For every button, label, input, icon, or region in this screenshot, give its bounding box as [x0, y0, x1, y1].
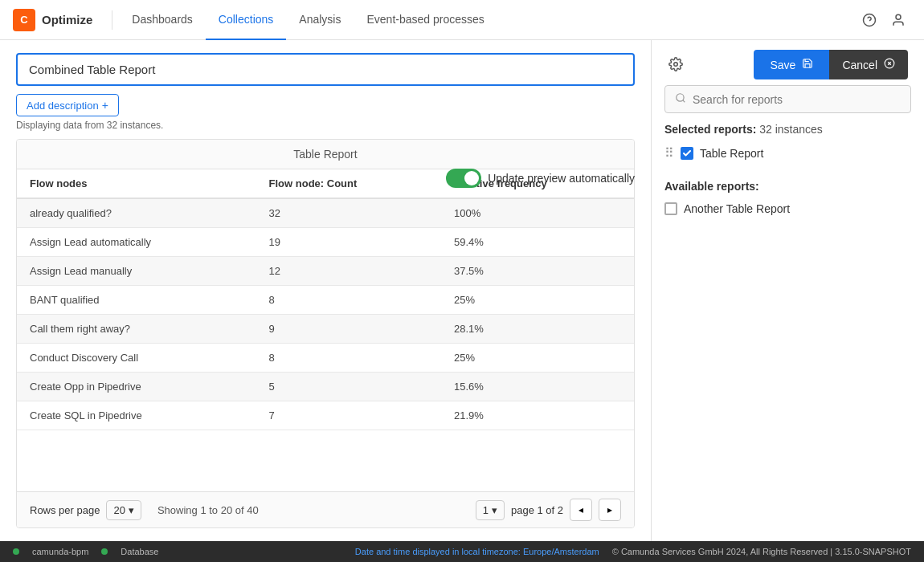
cell-frequency: 59.4% — [441, 228, 634, 257]
table-row: already qualified? 32 100% — [17, 198, 634, 228]
cell-frequency: 37.5% — [441, 257, 634, 286]
cell-count: 7 — [256, 401, 441, 430]
title-input-wrap — [16, 53, 635, 86]
selected-count: 32 instances — [759, 123, 823, 136]
drag-dots-icon[interactable]: ⠿ — [664, 145, 674, 161]
search-icon — [675, 92, 686, 106]
table-row: Conduct Discovery Call 8 25% — [17, 344, 634, 373]
rows-per-page-select[interactable]: 20 ▾ — [106, 500, 141, 520]
footer: camunda-bpm Database Date and time displ… — [0, 541, 924, 562]
current-page-value: 1 — [483, 504, 489, 516]
svg-point-4 — [677, 94, 684, 101]
cell-frequency: 28.1% — [441, 315, 634, 344]
cell-flow-node: Create SQL in Pipedrive — [17, 401, 256, 430]
footer-dot-2 — [101, 548, 108, 555]
table-row: BANT qualified 8 25% — [17, 286, 634, 315]
right-panel: Selected reports: 32 instances ⠿ Table R… — [651, 40, 924, 541]
report-title-input[interactable] — [16, 53, 635, 86]
available-report-item[interactable]: Another Table Report — [664, 199, 911, 218]
app-name: Optimize — [42, 13, 92, 26]
cell-count: 8 — [256, 344, 441, 373]
selected-report-item-table-report[interactable]: ⠿ Table Report — [664, 142, 911, 164]
save-disk-icon — [802, 58, 813, 71]
footer-dot-1 — [13, 548, 19, 555]
cell-count: 19 — [256, 228, 441, 257]
cell-flow-node: Assign Lead automatically — [17, 228, 256, 257]
page-of-text: page 1 of 2 — [511, 504, 563, 516]
cell-count: 8 — [256, 286, 441, 315]
nav-separator — [112, 10, 112, 30]
footer-source1: camunda-bpm — [32, 547, 88, 556]
prev-page-button[interactable]: ◂ — [570, 499, 592, 521]
chevron-down-icon-page: ▾ — [492, 504, 497, 516]
checkbox-checked[interactable] — [681, 147, 693, 160]
save-button[interactable]: Save — [754, 50, 829, 79]
nav-item-dashboards[interactable]: Dashboards — [119, 0, 206, 40]
cell-count: 9 — [256, 315, 441, 344]
footer-copyright: © Camunda Services GmbH 2024, All Rights… — [612, 547, 911, 556]
cell-flow-node: Create Opp in Pipedrive — [17, 373, 256, 401]
table-title: Table Report — [17, 140, 634, 169]
top-nav: C Optimize Dashboards Collections Analys… — [0, 0, 924, 40]
toggle-switch[interactable] — [446, 169, 481, 188]
search-reports-input[interactable] — [693, 93, 901, 106]
left-panel: Add description + Displaying data from 3… — [0, 40, 651, 541]
nav-item-event-based[interactable]: Event-based processes — [354, 0, 497, 40]
cancel-button[interactable]: Cancel — [829, 50, 908, 79]
table-row: Call them right away? 9 28.1% — [17, 315, 634, 344]
col-flow-count: Flow node: Count — [256, 169, 441, 198]
cell-flow-node: Call them right away? — [17, 315, 256, 344]
update-preview-row: Update preview automatically — [446, 169, 635, 188]
svg-point-3 — [674, 63, 678, 67]
footer-timezone: Date and time displayed in local timezon… — [355, 547, 599, 556]
selected-report-name: Table Report — [700, 147, 763, 160]
rows-per-page-label: Rows per page — [30, 504, 100, 516]
add-description-label: Add description — [27, 100, 99, 112]
pagination: Rows per page 20 ▾ Showing 1 to 20 of 40… — [17, 491, 634, 527]
logo: C — [13, 9, 35, 31]
available-report-name: Another Table Report — [684, 202, 790, 215]
checkbox-unchecked[interactable] — [664, 202, 677, 215]
cancel-x-icon — [884, 58, 895, 71]
cell-count: 5 — [256, 373, 441, 401]
rows-per-page-value: 20 — [113, 504, 125, 516]
cell-frequency: 25% — [441, 344, 634, 373]
nav-item-collections[interactable]: Collections — [206, 0, 286, 40]
gear-icon-btn[interactable] — [664, 53, 687, 75]
table-row: Assign Lead automatically 19 59.4% — [17, 228, 634, 257]
cell-flow-node: already qualified? — [17, 198, 256, 228]
add-description-button[interactable]: Add description + — [16, 94, 119, 116]
cell-flow-node: BANT qualified — [17, 286, 256, 315]
save-label: Save — [770, 59, 795, 71]
next-page-button[interactable]: ▸ — [599, 499, 621, 521]
cell-flow-node: Conduct Discovery Call — [17, 344, 256, 373]
plus-icon: + — [102, 99, 108, 112]
footer-source2: Database — [121, 547, 158, 556]
user-icon-btn[interactable] — [885, 7, 911, 33]
selected-reports-section: Selected reports: 32 instances ⠿ Table R… — [664, 123, 911, 164]
available-reports-section: Available reports: Another Table Report — [664, 180, 911, 218]
cell-count: 12 — [256, 257, 441, 286]
cell-count: 32 — [256, 198, 441, 228]
selected-reports-label: Selected reports: 32 instances — [664, 123, 911, 136]
update-preview-label: Update preview automatically — [488, 172, 635, 185]
help-icon-btn[interactable] — [857, 7, 882, 33]
table-row: Create SQL in Pipedrive 7 21.9% — [17, 401, 634, 430]
cell-frequency: 100% — [441, 198, 634, 228]
showing-text: Showing 1 to 20 of 40 — [157, 504, 259, 516]
nav-item-analysis[interactable]: Analysis — [286, 0, 354, 40]
svg-point-2 — [896, 14, 901, 19]
cell-frequency: 15.6% — [441, 373, 634, 401]
info-text: Displaying data from 32 instances. — [16, 120, 635, 131]
action-buttons: Save Cancel — [754, 50, 908, 79]
col-flow-nodes: Flow nodes — [17, 169, 256, 198]
chevron-down-icon: ▾ — [129, 504, 134, 516]
page-number-select[interactable]: 1 ▾ — [476, 500, 505, 520]
cell-flow-node: Assign Lead manually — [17, 257, 256, 286]
cell-frequency: 21.9% — [441, 401, 634, 430]
search-box[interactable] — [664, 85, 911, 113]
cancel-label: Cancel — [842, 59, 877, 71]
table-container: Table Report Flow nodes Flow node: Count… — [16, 139, 635, 528]
svg-line-5 — [683, 100, 685, 103]
table-row: Create Opp in Pipedrive 5 15.6% — [17, 373, 634, 401]
